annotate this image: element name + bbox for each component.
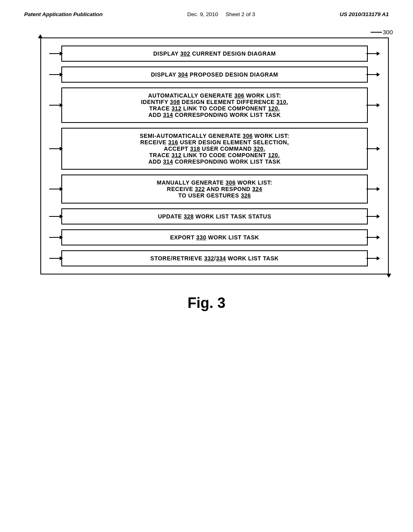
right-bottom-arrowhead [386,274,391,278]
arrow-out-8 [366,256,380,260]
header-publication-label: Patent Application Publication [24,11,103,17]
arrow-out-7 [366,235,380,239]
arrow-out-1 [366,52,380,56]
ref-302: 302 [180,50,190,57]
ref-306a: 306 [234,92,244,99]
page: Patent Application Publication Dec. 9, 2… [0,0,413,532]
diagram-area: 300 DISPLAY 302 CURRENT DES [24,37,389,274]
outer-box: DISPLAY 302 CURRENT DESIGN DIAGRAM DISPL… [40,37,389,274]
ref-120a: 120 [268,105,278,112]
box-display-current: DISPLAY 302 CURRENT DESIGN DIAGRAM [61,46,368,62]
ref-314a: 314 [163,112,173,118]
arrow-in-2 [49,73,63,77]
diagram-label: 300 [371,29,393,35]
ref-320: 320 [253,145,263,152]
header-patent-number: US 2010/313179 A1 [340,11,389,17]
header-sheet: Sheet 2 of 3 [226,11,255,17]
box-manual-generate: MANUALLY GENERATE 306 WORK LIST: RECEIVE… [61,175,368,204]
arrow-out-4 [366,147,380,151]
right-vertical-line [388,38,389,274]
left-top-arrowhead [38,34,43,38]
left-vertical-line [40,38,41,274]
ref-328: 328 [184,213,194,220]
ref-332: 332 [204,255,214,262]
box-update-status: UPDATE 328 WORK LIST TASK STATUS [61,208,368,224]
ref-310: 310 [276,99,286,105]
box-display-proposed: DISPLAY 304 PROPOSED DESIGN DIAGRAM [61,66,368,83]
arrow-in-6 [49,214,63,218]
header-center: Dec. 9, 2010 Sheet 2 of 3 [187,11,255,17]
ref-306b: 306 [243,133,253,139]
header-date: Dec. 9, 2010 [187,11,218,17]
arrow-out-2 [366,73,380,77]
ref-120b: 120 [268,152,278,158]
arrow-out-3 [366,103,380,107]
arrow-in-5 [49,187,63,191]
arrow-out-6 [366,214,380,218]
arrow-in-3 [49,103,63,107]
box-store-retrieve: STORE/RETRIEVE 332/334 WORK LIST TASK [61,250,368,266]
ref-318: 318 [190,145,200,152]
ref-326: 326 [241,192,251,199]
ref-306c: 306 [225,179,236,186]
arrow-in-1 [49,52,63,56]
figure-caption: Fig. 3 [0,295,413,312]
ref-316: 316 [168,139,178,145]
ref-312b: 312 [171,152,181,158]
ref-308: 308 [170,99,180,105]
ref-322: 322 [195,186,205,192]
diagram-label-text: 300 [383,29,393,35]
arrow-in-7 [49,235,63,239]
ref-312a: 312 [171,105,181,112]
arrow-out-5 [366,187,380,191]
box-export: EXPORT 330 WORK LIST TASK [61,229,368,245]
ref-330: 330 [196,234,206,241]
box-semi-auto-generate: SEMI-AUTOMATICALLY GENERATE 306 WORK LIS… [61,128,368,170]
ref-314b: 314 [163,158,173,165]
arrow-in-8 [49,256,63,260]
ref-304: 304 [178,71,188,78]
ref-334: 334 [216,255,226,262]
header: Patent Application Publication Dec. 9, 2… [0,0,413,17]
box-auto-generate: AUTOMATICALLY GENERATE 306 WORK LIST: ID… [61,87,368,123]
arrow-in-4 [49,147,63,151]
ref-324: 324 [252,186,262,192]
